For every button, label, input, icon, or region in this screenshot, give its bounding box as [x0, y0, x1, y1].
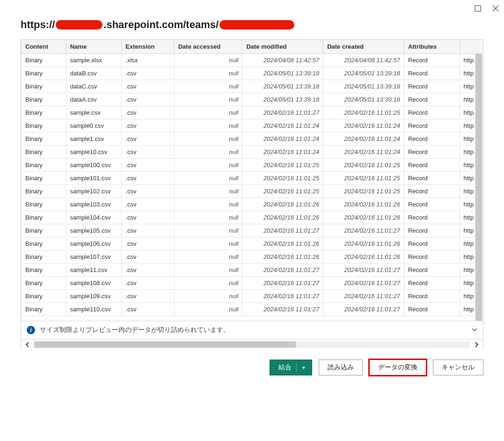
table-row[interactable]: Binarysample109.csv.csvnull2024/02/16 11…	[22, 290, 483, 303]
cell-content: Binary	[22, 146, 66, 159]
cell-content: Binary	[22, 80, 66, 93]
table-row[interactable]: Binarysample102.csv.csvnull2024/02/16 11…	[22, 185, 483, 198]
cell-attributes: Record	[404, 185, 460, 198]
col-folder-path-header[interactable]	[460, 40, 483, 54]
cell-content: Binary	[22, 185, 66, 198]
cell-extension: .csv	[122, 159, 174, 172]
horizontal-scrollbar-track[interactable]	[34, 341, 470, 348]
table-row[interactable]: Binarysample106.csv.csvnull2024/02/16 11…	[22, 237, 483, 250]
horizontal-scrollbar[interactable]	[21, 339, 483, 349]
col-date-modified-header[interactable]: Date modified	[242, 40, 323, 54]
cell-date-created: 2024/05/01 13:39:18	[323, 67, 404, 80]
table-row[interactable]: Binarysample108.csv.csvnull2024/02/16 11…	[22, 277, 483, 290]
cell-date-created: 2024/02/16 11:01:24	[323, 119, 404, 132]
cell-date-modified: 2024/04/08 11:42:57	[242, 54, 323, 67]
cell-date-accessed: null	[174, 198, 242, 211]
cell-date-accessed: null	[174, 250, 242, 264]
table-row[interactable]: Binarysample.xlsx.xlsxnull2024/04/08 11:…	[22, 54, 483, 67]
col-attributes-header[interactable]: Attributes	[404, 40, 460, 54]
cell-attributes: Record	[404, 172, 460, 185]
table-row[interactable]: Binarysample100.csv.csvnull2024/02/16 11…	[22, 159, 483, 172]
close-icon[interactable]	[491, 4, 500, 13]
combine-button-label: 結合	[278, 363, 292, 372]
cell-date-created: 2024/02/16 11:01:25	[323, 106, 404, 119]
cell-extension: .csv	[122, 264, 174, 277]
table-row[interactable]: Binarysample103.csv.csvnull2024/02/16 11…	[22, 198, 483, 211]
cell-date-accessed: null	[174, 185, 242, 198]
col-name-header[interactable]: Name	[66, 40, 122, 54]
cell-content: Binary	[22, 119, 66, 132]
cell-attributes: Record	[404, 106, 460, 119]
cell-extension: .csv	[122, 172, 174, 185]
cell-date-created: 2024/02/16 11:01:26	[323, 198, 404, 211]
cell-date-accessed: null	[174, 264, 242, 277]
transform-data-button[interactable]: データの変換	[369, 360, 426, 375]
cell-date-modified: 2024/02/16 11:01:24	[242, 119, 323, 132]
cell-content: Binary	[22, 172, 66, 185]
combine-button[interactable]: 結合 ▼	[270, 360, 312, 375]
cell-date-accessed: null	[174, 159, 242, 172]
cell-name: sample100.csv	[66, 159, 122, 172]
table-row[interactable]: Binarysample104.csv.csvnull2024/02/16 11…	[22, 211, 483, 224]
table-row[interactable]: Binarysample11.csv.csvnull2024/02/16 11:…	[22, 264, 483, 277]
cell-date-created: 2024/02/16 11:01:25	[323, 172, 404, 185]
cell-date-modified: 2024/02/16 11:01:26	[242, 250, 323, 264]
vertical-scrollbar[interactable]	[475, 54, 482, 320]
table-row[interactable]: BinarydataB.csv.csvnull2024/05/01 13:39:…	[22, 67, 483, 80]
cell-date-modified: 2024/02/16 11:01:27	[242, 290, 323, 303]
cell-name: sample1.csv	[66, 132, 122, 146]
cell-date-accessed: null	[174, 119, 242, 132]
col-date-accessed-header[interactable]: Date accessed	[174, 40, 242, 54]
vertical-scrollbar-thumb[interactable]	[475, 54, 482, 321]
cancel-button[interactable]: キャンセル	[433, 360, 483, 375]
chevron-down-icon[interactable]	[471, 326, 478, 335]
cell-extension: .csv	[122, 198, 174, 211]
scroll-right-arrow-icon[interactable]	[470, 339, 483, 349]
info-message: サイズ制限よりプレビュー内のデータが切り詰められています。	[40, 326, 230, 334]
table-row[interactable]: Binarysample0.csv.csvnull2024/02/16 11:0…	[22, 119, 483, 132]
cell-name: sample104.csv	[66, 211, 122, 224]
cell-date-created: 2024/05/01 13:39:18	[323, 93, 404, 106]
horizontal-scrollbar-thumb[interactable]	[34, 341, 296, 348]
table-row[interactable]: Binarysample101.csv.csvnull2024/02/16 11…	[22, 172, 483, 185]
cell-extension: .csv	[122, 80, 174, 93]
table-row[interactable]: Binarysample107.csv.csvnull2024/02/16 11…	[22, 250, 483, 264]
cell-attributes: Record	[404, 237, 460, 250]
table-row[interactable]: Binarysample110.csv.csvnull2024/02/16 11…	[22, 303, 483, 316]
cell-extension: .csv	[122, 185, 174, 198]
table-row[interactable]: Binarysample.csv.csvnull2024/02/16 11:01…	[22, 106, 483, 119]
cell-extension: .csv	[122, 146, 174, 159]
caret-down-icon: ▼	[301, 365, 306, 370]
title-mid: .sharepoint.com/teams/	[103, 19, 219, 31]
redaction-mark	[219, 20, 294, 29]
table-row[interactable]: BinarydataA.csv.csvnull2024/05/01 13:39:…	[22, 93, 483, 106]
col-extension-header[interactable]: Extension	[122, 40, 174, 54]
cell-content: Binary	[22, 250, 66, 264]
load-button[interactable]: 読み込み	[319, 360, 363, 375]
cell-name: sample108.csv	[66, 277, 122, 290]
cell-extension: .csv	[122, 237, 174, 250]
cell-date-modified: 2024/02/16 11:01:26	[242, 237, 323, 250]
cell-attributes: Record	[404, 80, 460, 93]
cell-date-accessed: null	[174, 211, 242, 224]
table-row[interactable]: Binarysample105.csv.csvnull2024/02/16 11…	[22, 224, 483, 237]
col-content-header[interactable]: Content	[22, 40, 66, 54]
cell-extension: .csv	[122, 250, 174, 264]
cell-date-created: 2024/02/16 11:01:26	[323, 237, 404, 250]
cell-name: dataA.csv	[66, 93, 122, 106]
col-date-created-header[interactable]: Date created	[323, 40, 404, 54]
cell-attributes: Record	[404, 67, 460, 80]
scroll-left-arrow-icon[interactable]	[21, 339, 34, 349]
cell-date-modified: 2024/02/16 11:01:27	[242, 224, 323, 237]
cell-date-created: 2024/02/16 11:01:27	[323, 290, 404, 303]
table-row[interactable]: Binarysample1.csv.csvnull2024/02/16 11:0…	[22, 132, 483, 146]
info-icon: i	[27, 326, 35, 334]
cell-name: sample106.csv	[66, 237, 122, 250]
maximize-icon[interactable]	[473, 4, 482, 13]
cell-name: sample0.csv	[66, 119, 122, 132]
page-title: https:// .sharepoint.com/teams/	[21, 19, 483, 31]
cell-attributes: Record	[404, 159, 460, 172]
table-row[interactable]: BinarydataC.csv.csvnull2024/05/01 13:39:…	[22, 80, 483, 93]
table-row[interactable]: Binarysample10.csv.csvnull2024/02/16 11:…	[22, 146, 483, 159]
cell-date-modified: 2024/02/16 11:01:25	[242, 159, 323, 172]
